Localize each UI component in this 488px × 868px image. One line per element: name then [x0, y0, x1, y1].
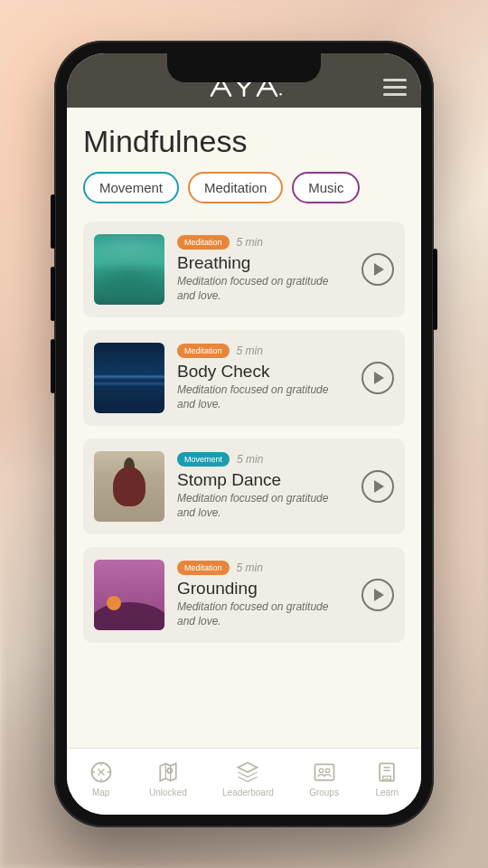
category-badge: Meditation	[177, 344, 230, 358]
phone-frame: Mindfulness Movement Meditation Music Me…	[54, 41, 434, 827]
nav-label: Groups	[309, 788, 339, 797]
session-duration: 5 min	[237, 453, 263, 466]
session-duration: 5 min	[237, 344, 263, 357]
filter-chip-movement[interactable]: Movement	[83, 172, 179, 203]
nav-leaderboard[interactable]: Leaderboard	[222, 760, 274, 797]
session-meta: Meditation 5 min	[177, 561, 349, 575]
session-description: Meditation focused on gratitude and love…	[177, 492, 331, 520]
map-icon	[155, 760, 181, 785]
session-title: Breathing	[177, 253, 349, 273]
session-duration: 5 min	[237, 236, 263, 249]
session-body: Movement 5 min Stomp Dance Meditation fo…	[177, 452, 349, 520]
session-card[interactable]: Meditation 5 min Grounding Meditation fo…	[83, 547, 405, 643]
svg-point-4	[319, 769, 323, 772]
nav-learn[interactable]: Learn	[374, 760, 399, 797]
session-body: Meditation 5 min Body Check Meditation f…	[177, 344, 349, 411]
nav-label: Learn	[375, 788, 399, 797]
play-icon[interactable]	[361, 253, 394, 286]
svg-rect-3	[314, 764, 333, 780]
session-description: Meditation focused on gratitude and love…	[177, 600, 331, 628]
session-title: Body Check	[177, 362, 349, 382]
session-meta: Movement 5 min	[177, 452, 349, 467]
filter-chip-music[interactable]: Music	[292, 172, 360, 203]
session-thumbnail	[94, 234, 164, 305]
session-meta: Meditation 5 min	[177, 344, 349, 358]
page-title: Mindfulness	[83, 124, 405, 159]
session-description: Meditation focused on gratitude and love…	[177, 275, 331, 303]
svg-point-2	[167, 768, 172, 772]
session-card[interactable]: Meditation 5 min Breathing Meditation fo…	[83, 222, 405, 317]
filter-chip-row: Movement Meditation Music	[83, 172, 405, 203]
session-body: Meditation 5 min Breathing Meditation fo…	[177, 235, 349, 303]
app-screen: Mindfulness Movement Meditation Music Me…	[67, 53, 421, 815]
phone-notch	[167, 53, 321, 82]
session-thumbnail	[94, 451, 164, 522]
session-thumbnail	[94, 560, 164, 630]
nav-label: Leaderboard	[222, 788, 274, 797]
category-badge: Meditation	[177, 561, 230, 575]
session-title: Grounding	[177, 579, 349, 599]
category-badge: Meditation	[177, 235, 230, 250]
session-card[interactable]: Meditation 5 min Body Check Meditation f…	[83, 330, 405, 426]
session-card[interactable]: Movement 5 min Stomp Dance Meditation fo…	[83, 439, 405, 534]
nav-label: Map	[92, 788, 109, 797]
session-meta: Meditation 5 min	[177, 235, 349, 250]
session-thumbnail	[94, 343, 164, 413]
nav-groups[interactable]: Groups	[309, 760, 339, 797]
session-duration: 5 min	[237, 561, 263, 574]
play-icon[interactable]	[361, 579, 394, 611]
hamburger-menu-icon[interactable]	[383, 79, 407, 97]
play-icon[interactable]	[361, 362, 394, 394]
nav-label: Unlocked	[149, 788, 187, 797]
filter-chip-meditation[interactable]: Meditation	[188, 172, 283, 203]
play-icon[interactable]	[361, 470, 394, 503]
nav-map[interactable]: Map	[89, 760, 114, 797]
card-list: Meditation 5 min Breathing Meditation fo…	[83, 222, 405, 643]
compass-icon	[89, 760, 114, 785]
session-body: Meditation 5 min Grounding Meditation fo…	[177, 561, 349, 628]
svg-point-0	[279, 93, 281, 95]
book-icon	[374, 760, 399, 785]
session-description: Meditation focused on gratitude and love…	[177, 383, 331, 411]
people-icon	[312, 760, 337, 785]
category-badge: Movement	[177, 452, 230, 467]
stack-icon	[235, 760, 260, 785]
session-title: Stomp Dance	[177, 470, 349, 490]
nav-unlocked[interactable]: Unlocked	[149, 760, 187, 797]
page-content: Mindfulness Movement Meditation Music Me…	[67, 108, 421, 748]
bottom-nav: Map Unlocked Leaderboard Groups Learn	[67, 748, 421, 815]
svg-point-5	[325, 769, 329, 772]
